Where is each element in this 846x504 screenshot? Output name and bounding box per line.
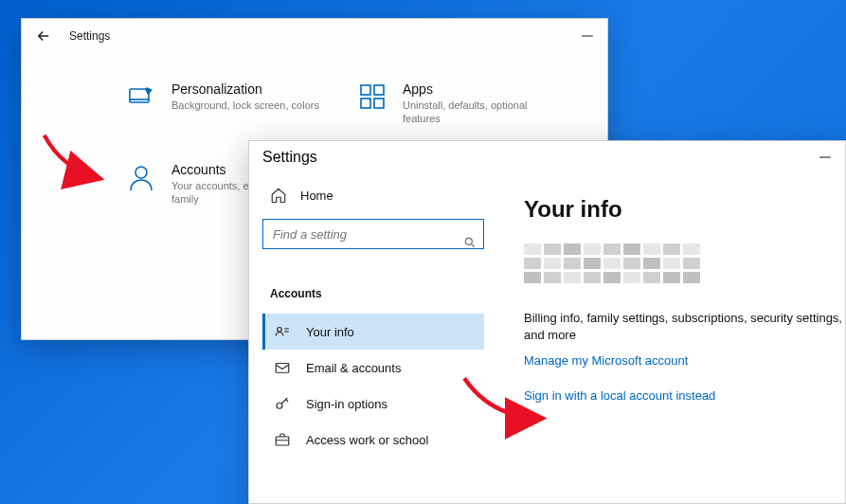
svg-rect-2 bbox=[361, 85, 370, 95]
window-title: Settings bbox=[262, 149, 317, 166]
sidebar: Home Accounts Your info Email & account bbox=[249, 173, 497, 503]
sidebar-home[interactable]: Home bbox=[262, 179, 484, 211]
briefcase-icon bbox=[274, 431, 291, 448]
svg-point-6 bbox=[135, 167, 147, 178]
minimize-icon[interactable] bbox=[819, 151, 832, 164]
sidebar-item-signin-options[interactable]: Sign-in options bbox=[262, 386, 484, 422]
window-body: Home Accounts Your info Email & account bbox=[249, 173, 845, 503]
sidebar-item-label: Sign-in options bbox=[306, 397, 387, 411]
search-wrap bbox=[262, 219, 484, 266]
content-pane: Your info Billing info, family settings,… bbox=[497, 173, 845, 503]
key-icon bbox=[274, 395, 291, 412]
svg-rect-1 bbox=[130, 89, 149, 102]
svg-rect-4 bbox=[361, 99, 370, 108]
setting-label: Personalization bbox=[171, 81, 319, 97]
page-title: Your info bbox=[524, 196, 845, 223]
search-icon bbox=[463, 236, 477, 249]
setting-text: Personalization Background, lock screen,… bbox=[171, 81, 319, 112]
svg-rect-5 bbox=[374, 99, 384, 108]
person-card-icon bbox=[274, 323, 291, 340]
sidebar-item-label: Email & accounts bbox=[306, 361, 401, 375]
window-controls bbox=[581, 29, 594, 43]
sidebar-item-label: Access work or school bbox=[306, 433, 428, 447]
minimize-icon[interactable] bbox=[581, 29, 594, 43]
svg-rect-13 bbox=[276, 364, 289, 373]
back-arrow-icon[interactable] bbox=[35, 27, 52, 45]
sidebar-item-email-accounts[interactable]: Email & accounts bbox=[262, 350, 484, 386]
setting-desc: Background, lock screen, colors bbox=[171, 99, 319, 112]
accounts-icon bbox=[126, 162, 156, 192]
search-input[interactable] bbox=[262, 219, 484, 249]
svg-point-10 bbox=[278, 328, 282, 333]
local-account-link[interactable]: Sign in with a local account instead bbox=[524, 388, 845, 403]
settings-accounts-window: Settings Home Accounts bbox=[248, 140, 846, 504]
apps-icon bbox=[357, 81, 387, 112]
svg-point-14 bbox=[277, 403, 282, 408]
sidebar-item-work-school[interactable]: Access work or school bbox=[262, 422, 484, 458]
svg-rect-3 bbox=[374, 85, 384, 95]
window-controls bbox=[819, 151, 832, 164]
redacted-user-info bbox=[524, 243, 845, 283]
setting-item-personalization[interactable]: Personalization Background, lock screen,… bbox=[126, 81, 338, 126]
window-title: Settings bbox=[69, 29, 110, 43]
svg-point-9 bbox=[465, 238, 472, 244]
sidebar-home-label: Home bbox=[300, 189, 333, 203]
sidebar-item-label: Your info bbox=[306, 325, 354, 339]
sidebar-heading: Accounts bbox=[262, 283, 484, 314]
setting-item-apps[interactable]: Apps Uninstall, defaults, optional featu… bbox=[357, 81, 569, 126]
manage-microsoft-account-link[interactable]: Manage my Microsoft account bbox=[524, 353, 845, 368]
home-icon bbox=[270, 187, 287, 204]
mail-icon bbox=[274, 359, 291, 376]
svg-rect-15 bbox=[276, 437, 289, 445]
setting-desc: Uninstall, defaults, optional features bbox=[403, 99, 564, 126]
setting-text: Apps Uninstall, defaults, optional featu… bbox=[403, 81, 564, 126]
watermark: UGETFIX bbox=[752, 477, 833, 496]
titlebar: Settings bbox=[22, 19, 607, 53]
sidebar-item-your-info[interactable]: Your info bbox=[262, 314, 484, 350]
info-text: Billing info, family settings, subscript… bbox=[524, 310, 845, 344]
titlebar: Settings bbox=[249, 141, 845, 173]
setting-label: Apps bbox=[403, 81, 564, 97]
personalization-icon bbox=[126, 81, 156, 112]
